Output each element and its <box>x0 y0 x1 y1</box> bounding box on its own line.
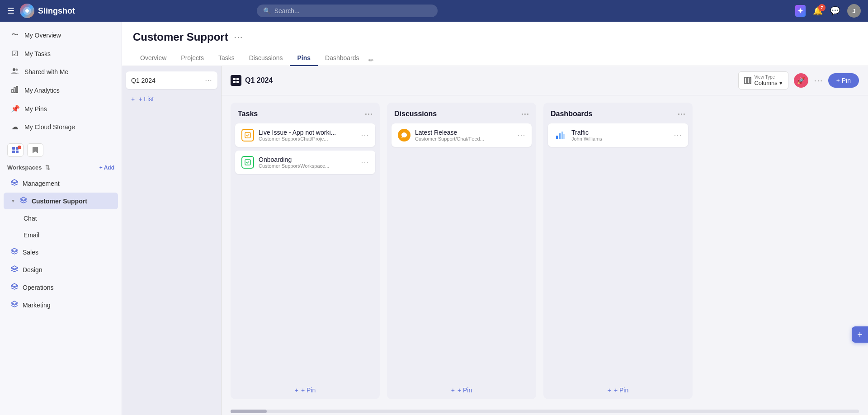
ws-layers-icon <box>11 301 18 309</box>
tab-discussions[interactable]: Discussions <box>242 51 290 66</box>
workspaces-toggle <box>0 141 122 159</box>
tab-pins[interactable]: Pins <box>290 51 318 66</box>
pin-button[interactable]: + Pin <box>828 73 859 88</box>
workspace-customer-support[interactable]: ▼ Customer Support ⋯ <box>4 193 118 209</box>
notification-badge: 7 <box>818 4 826 11</box>
svg-point-1 <box>13 68 15 71</box>
pins-right-header: Q1 2024 View Type Columns ▾ <box>222 66 868 95</box>
pin-card-path: Customer Support/Workspace... <box>259 163 356 169</box>
pin-card-title: Live Issue - App not worki... <box>259 129 356 136</box>
svg-rect-3 <box>12 90 13 93</box>
logo-area: Slingshot <box>20 4 75 18</box>
svg-rect-14 <box>745 77 746 84</box>
col-title: Tasks <box>238 110 364 118</box>
workspace-design[interactable]: Design ⋯ <box>4 261 118 278</box>
tab-edit-icon[interactable]: ✏ <box>367 55 376 66</box>
fab-button[interactable]: + <box>852 326 868 343</box>
workspace-more-btn[interactable]: ⋯ <box>234 32 243 42</box>
add-list-btn[interactable]: + + List <box>126 92 217 106</box>
add-pin-btn-dashboards[interactable]: + + Pin <box>551 387 685 394</box>
chat-icon[interactable]: 💬 <box>830 6 840 16</box>
pin-card-path: Customer Support/Chat/Feed... <box>415 136 513 141</box>
tab-overview[interactable]: Overview <box>133 51 174 66</box>
sort-icon[interactable]: ⇅ <box>45 164 50 171</box>
sidebar-item-my-cloud-storage[interactable]: ☁ My Cloud Storage <box>4 118 118 136</box>
pin-card-more-icon[interactable]: ⋯ <box>361 157 369 167</box>
dashboard-icon <box>554 129 567 141</box>
svg-rect-10 <box>233 78 236 80</box>
cloud-icon: ☁ <box>11 123 19 131</box>
sidebar-nav: 〜 My Overview ☑ My Tasks Shared with Me … <box>0 22 122 140</box>
tabs: Overview Projects Tasks Discussions Pins… <box>133 51 857 66</box>
col-more-icon[interactable]: ⋯ <box>521 109 529 119</box>
workspaces-label: Workspaces <box>7 164 42 171</box>
svg-point-2 <box>16 69 18 71</box>
bookmark-icon-btn[interactable] <box>27 143 43 157</box>
tasks-icon: ☑ <box>11 49 19 58</box>
avatar[interactable]: J <box>847 4 861 18</box>
workspace-child-email[interactable]: Email ⋯ <box>4 227 118 243</box>
view-type-btn[interactable]: View Type Columns ▾ <box>738 71 788 90</box>
workspace-operations[interactable]: Operations ⋯ <box>4 279 118 296</box>
pin-card-more-icon[interactable]: ⋯ <box>361 130 369 140</box>
pin-column-body-discussions: Latest Release Customer Support/Chat/Fee… <box>387 123 536 381</box>
sidebar-item-label: My Cloud Storage <box>24 123 111 131</box>
ai-stars-icon[interactable]: ✦ <box>795 5 806 17</box>
sidebar: 〜 My Overview ☑ My Tasks Shared with Me … <box>0 22 122 415</box>
col-more-icon[interactable]: ⋯ <box>364 109 373 119</box>
svg-rect-6 <box>12 147 15 150</box>
pin-card-more-icon[interactable]: ⋯ <box>517 130 525 140</box>
sidebar-item-shared-with-me[interactable]: Shared with Me <box>4 63 118 81</box>
svg-rect-11 <box>236 78 239 80</box>
pins-area: Q1 2024 ⋯ + + List Q1 2024 <box>122 66 868 415</box>
pin-card[interactable]: Onboarding Customer Support/Workspace...… <box>235 151 375 174</box>
pin-column-footer-tasks: + + Pin <box>231 381 380 399</box>
header-more-icon[interactable]: ⋯ <box>814 75 823 86</box>
sidebar-item-my-tasks[interactable]: ☑ My Tasks <box>4 45 118 62</box>
add-pin-btn-discussions[interactable]: + + Pin <box>394 387 529 394</box>
svg-rect-19 <box>556 136 558 139</box>
tab-projects[interactable]: Projects <box>174 51 211 66</box>
pin-card[interactable]: Live Issue - App not worki... Customer S… <box>235 123 375 147</box>
workspace-marketing[interactable]: Marketing ⋯ <box>4 297 118 313</box>
pinboard-q1-2024[interactable]: Q1 2024 ⋯ <box>126 71 217 89</box>
notification-icon[interactable]: 🔔 7 <box>813 6 823 16</box>
ws-label: Management <box>23 180 99 187</box>
add-workspace-btn[interactable]: + Add <box>93 165 114 171</box>
menu-icon[interactable]: ☰ <box>7 6 14 16</box>
plus-icon: + <box>451 387 455 394</box>
search-input[interactable] <box>274 7 431 14</box>
tab-dashboards[interactable]: Dashboards <box>318 51 367 66</box>
pins-icon: 📌 <box>11 104 19 113</box>
pins-scrollbar[interactable] <box>231 410 859 413</box>
sidebar-item-label: My Pins <box>24 105 111 113</box>
view-type-labels: View Type Columns ▾ <box>754 75 782 86</box>
workspace-child-chat[interactable]: Chat ⋯ <box>4 210 118 226</box>
sidebar-item-my-pins[interactable]: 📌 My Pins <box>4 100 118 118</box>
sidebar-item-my-analytics[interactable]: My Analytics <box>4 81 118 99</box>
sidebar-item-my-overview[interactable]: 〜 My Overview <box>4 26 118 44</box>
workspace-sales[interactable]: Sales ⋯ <box>4 244 118 260</box>
workspace-management[interactable]: Management ⋯ <box>4 175 118 192</box>
pin-card-info: Traffic John Williams <box>571 129 669 141</box>
pin-card[interactable]: Traffic John Williams ⋯ <box>548 123 688 147</box>
analytics-icon <box>11 86 19 95</box>
pin-column-body-tasks: Live Issue - App not worki... Customer S… <box>231 123 380 381</box>
pinboard-more-icon[interactable]: ⋯ <box>205 76 212 85</box>
rocket-btn[interactable]: 🚀 <box>794 73 808 88</box>
pin-card[interactable]: Latest Release Customer Support/Chat/Fee… <box>392 123 532 147</box>
add-pin-btn-tasks[interactable]: + + Pin <box>238 387 373 394</box>
svg-rect-9 <box>16 151 19 153</box>
overview-icon: 〜 <box>11 30 19 40</box>
ws-child-label: Email <box>24 231 99 239</box>
chevron-down-icon: ▾ <box>779 80 783 86</box>
svg-rect-13 <box>236 81 239 83</box>
col-more-icon[interactable]: ⋯ <box>677 109 685 119</box>
pin-card-more-icon[interactable]: ⋯ <box>674 130 682 140</box>
pin-column-footer-dashboards: + + Pin <box>543 381 693 399</box>
search-bar[interactable]: 🔍 <box>257 5 438 17</box>
ws-dot <box>18 146 21 149</box>
workspaces-icon-btn[interactable] <box>7 143 24 157</box>
tab-tasks[interactable]: Tasks <box>211 51 242 66</box>
pin-card-title: Traffic <box>571 129 669 136</box>
